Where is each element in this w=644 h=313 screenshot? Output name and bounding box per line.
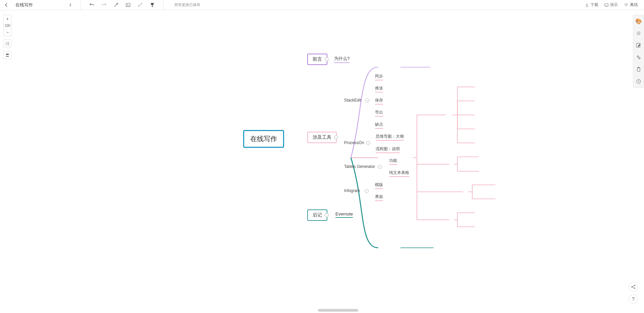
redo-button[interactable] [100,1,108,9]
save-status: 所有更改已保存 [174,2,200,7]
back-button[interactable] [3,2,9,8]
image-button[interactable] [124,1,132,9]
document-title[interactable]: 在线写作 [14,2,64,8]
download-button[interactable]: 下载 [585,2,598,8]
arrow-tool-icon[interactable] [112,1,120,9]
present-button[interactable]: 演示 [604,2,618,8]
svg-rect-3 [605,4,608,6]
offline-button[interactable]: 离线 [624,2,638,8]
svg-rect-2 [151,3,154,5]
title-dropdown-icon[interactable]: ▲▼ [69,3,73,7]
top-toolbar: 在线写作 ▲▼ 所有更改已保存 下载 演示 [0,0,644,10]
magic-button[interactable] [137,1,144,9]
format-painter-button[interactable] [149,1,156,9]
undo-button[interactable] [88,1,96,9]
